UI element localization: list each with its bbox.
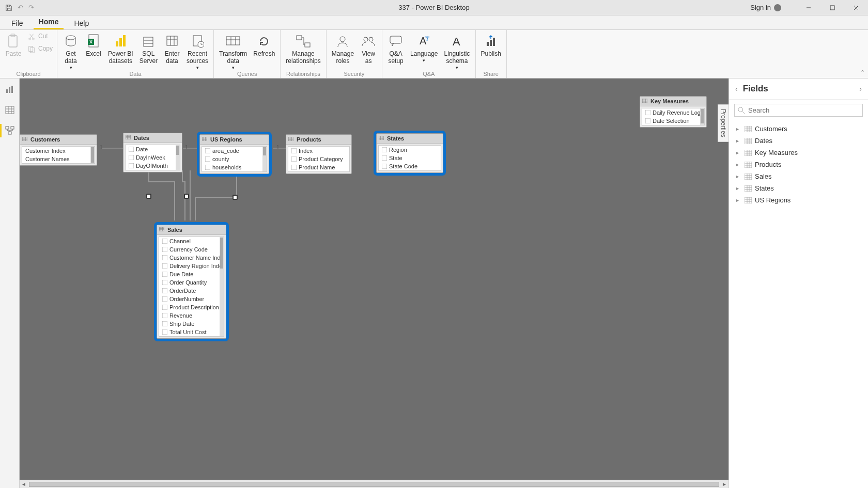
fields-table-item[interactable]: ▸Key Measures [729, 147, 868, 159]
data-view-button[interactable] [4, 104, 16, 116]
paste-button[interactable]: Paste [2, 31, 25, 58]
field-row[interactable]: Delivery Region Index [159, 262, 224, 270]
field-row[interactable]: State Code [379, 162, 441, 170]
refresh-button[interactable]: Refresh [250, 31, 278, 58]
field-row[interactable]: Currency Code [159, 245, 224, 254]
field-row[interactable]: Channel [159, 237, 224, 245]
collapse-pane-icon[interactable]: ‹ [735, 85, 738, 93]
field-row[interactable]: households [202, 163, 267, 171]
field-row[interactable]: State [379, 154, 441, 162]
recent-sources-button[interactable]: Recent sources▾ [183, 31, 211, 70]
minimize-button[interactable] [797, 0, 820, 15]
close-button[interactable] [844, 0, 868, 15]
field-row[interactable]: Daily Revenue Logic [642, 108, 704, 117]
collapse-ribbon-button[interactable]: ⌃ [860, 69, 865, 76]
table-states[interactable]: States Region State State Code [376, 133, 443, 173]
field-row[interactable]: Revenue [159, 311, 224, 320]
field-row[interactable]: DayOfMonth [126, 162, 180, 170]
field-row[interactable]: Date Selection [642, 117, 704, 125]
scrollbar[interactable] [176, 145, 180, 170]
svg-rect-60 [162, 272, 167, 277]
fields-table-item[interactable]: ▸Sales [729, 170, 868, 182]
avatar-icon[interactable] [774, 4, 781, 11]
field-row[interactable]: Customer Index [22, 147, 95, 155]
field-row[interactable]: Product Name [288, 163, 349, 171]
svg-rect-15 [167, 36, 177, 45]
save-icon[interactable] [5, 4, 12, 11]
field-row[interactable]: Product Description I... [159, 303, 224, 311]
table-customers[interactable]: Customers Customer Index Customer Names [20, 134, 97, 166]
copy-button[interactable]: Copy [25, 43, 55, 55]
field-row[interactable]: Order Quantity [159, 278, 224, 287]
svg-point-7 [66, 36, 75, 40]
language-button[interactable]: A字Language▾ [407, 31, 441, 63]
field-row[interactable]: Total Unit Cost [159, 328, 224, 336]
fields-table-item[interactable]: ▸States [729, 182, 868, 194]
ribbon-caption-relationships: Relationships [283, 71, 323, 78]
table-sales[interactable]: Sales Channel Currency Code Customer Nam… [157, 225, 226, 339]
relationship-node[interactable] [233, 195, 238, 200]
manage-relationships-button[interactable]: Manage relationships [283, 31, 323, 65]
properties-tab[interactable]: Properties [718, 104, 729, 142]
svg-rect-44 [205, 148, 210, 153]
menu-help[interactable]: Help [69, 17, 94, 29]
transform-data-button[interactable]: Transform data▾ [216, 31, 250, 70]
menu-file[interactable]: File [6, 17, 28, 29]
manage-roles-button[interactable]: Manage roles [329, 31, 357, 65]
scrollbar[interactable] [220, 237, 224, 336]
svg-rect-33 [11, 86, 13, 93]
excel-button[interactable]: XExcel [82, 31, 105, 58]
powerbi-datasets-button[interactable]: Power BI datasets [105, 31, 136, 65]
table-key-measures[interactable]: Key Measures Daily Revenue Logic Date Se… [640, 96, 707, 128]
relationship-node[interactable] [146, 194, 151, 199]
field-row[interactable]: Index [288, 147, 349, 155]
fields-table-item[interactable]: ▸Customers [729, 123, 868, 135]
table-us-regions[interactable]: US Regions area_code county households [199, 134, 269, 174]
scrollbar[interactable] [90, 147, 95, 163]
fields-table-item[interactable]: ▸US Regions [729, 194, 868, 206]
field-row[interactable]: OrderDate [159, 287, 224, 295]
relationship-node[interactable] [184, 194, 189, 199]
model-view-button[interactable] [4, 125, 16, 136]
fields-search[interactable] [734, 104, 863, 117]
get-data-button[interactable]: Get data▾ [59, 31, 82, 70]
chevron-right-icon: ▸ [736, 150, 741, 155]
ribbon-caption-queries: Queries [216, 71, 278, 78]
field-row[interactable]: Date [126, 145, 180, 153]
undo-icon[interactable]: ↶ [18, 4, 23, 11]
linguistic-schema-button[interactable]: ALinguistic schema▾ [441, 31, 473, 70]
field-row[interactable]: county [202, 155, 267, 163]
publish-button[interactable]: Publish [478, 31, 504, 58]
field-row[interactable]: OrderNumber [159, 295, 224, 303]
svg-rect-35 [6, 127, 9, 129]
field-row[interactable]: area_code [202, 147, 267, 155]
field-row[interactable]: Product Category [288, 155, 349, 163]
table-products[interactable]: Products Index Product Category Product … [286, 134, 352, 174]
sql-server-button[interactable]: SQL Server [136, 31, 161, 65]
view-as-button[interactable]: View as [357, 31, 380, 65]
expand-pane-icon[interactable]: › [859, 85, 862, 93]
sign-in-button[interactable]: Sign in [750, 4, 771, 11]
field-row[interactable]: Due Date [159, 270, 224, 278]
field-row[interactable]: Ship Date [159, 320, 224, 328]
field-row[interactable]: Customer Name Index [159, 254, 224, 262]
maximize-button[interactable] [820, 0, 844, 15]
scrollbar[interactable] [700, 108, 704, 125]
horizontal-scrollbar[interactable]: ◄► [20, 480, 729, 488]
report-view-button[interactable] [4, 84, 16, 95]
field-row[interactable]: Customer Names [22, 155, 95, 163]
fields-table-item[interactable]: ▸Products [729, 159, 868, 170]
svg-point-71 [738, 107, 743, 112]
menu-home[interactable]: Home [34, 15, 64, 29]
enter-data-button[interactable]: Enter data [161, 31, 183, 65]
field-row[interactable]: Region [379, 146, 441, 154]
field-row[interactable]: DayInWeek [126, 153, 180, 162]
qa-setup-button[interactable]: Q&A setup [384, 31, 407, 65]
redo-icon[interactable]: ↷ [28, 4, 34, 11]
fields-table-item[interactable]: ▸Dates [729, 135, 868, 147]
search-input[interactable] [748, 106, 859, 114]
cut-button[interactable]: Cut [25, 31, 55, 42]
model-canvas[interactable]: Customers Customer Index Customer Names … [20, 78, 729, 488]
table-dates[interactable]: Dates Date DayInWeek DayOfMonth [123, 133, 182, 172]
scrollbar[interactable] [262, 147, 267, 171]
